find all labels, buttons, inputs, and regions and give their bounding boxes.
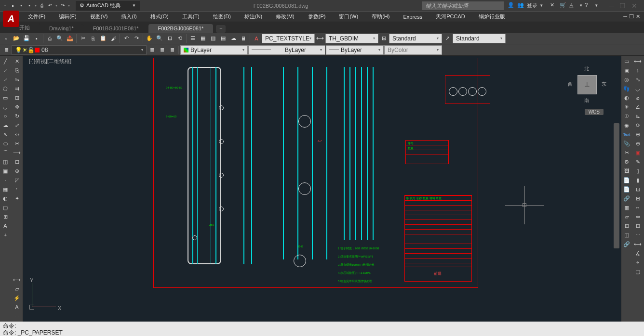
dim1-icon[interactable]: ⟷	[632, 57, 643, 65]
fillet-icon[interactable]: ◜	[12, 185, 22, 194]
gradient-icon[interactable]: ◐	[0, 194, 11, 203]
dimstyle-selector[interactable]: TH_GBDIM▾	[325, 34, 378, 43]
undo-icon[interactable]: ↶	[121, 34, 131, 43]
qcalc-icon[interactable]: 🖩	[239, 34, 248, 43]
pline-icon[interactable]: ⟋	[0, 75, 11, 84]
qat-open-icon[interactable]: ▸	[9, 2, 17, 10]
menu-boiler[interactable]: 锅炉行业版	[472, 12, 512, 22]
qat-saveas-icon[interactable]: ▪	[26, 2, 33, 10]
exchange-icon[interactable]: ✕	[550, 2, 558, 10]
maximize-button[interactable]: ☐	[619, 2, 626, 10]
menu-file[interactable]: 文件(F)	[21, 12, 52, 22]
ellipse-icon[interactable]: ⬭	[0, 139, 11, 148]
menu-parametric[interactable]: 参数(P)	[301, 12, 333, 22]
dim20-icon[interactable]: ⋯	[632, 231, 643, 239]
workspace-selector[interactable]: ⚙ AutoCAD 经典 ▼	[76, 1, 140, 11]
attach-icon[interactable]: 📎	[621, 139, 632, 148]
dwf-icon[interactable]: 📄	[621, 185, 632, 194]
clip-icon[interactable]: ✂	[621, 148, 632, 157]
xref-icon[interactable]: 🔗	[621, 194, 632, 203]
sheetset-icon[interactable]: ▤	[218, 34, 228, 43]
app-drop-icon[interactable]: ▼	[579, 3, 583, 8]
move-icon[interactable]: ✥	[12, 103, 22, 111]
dim12-icon[interactable]: ✎	[632, 157, 643, 166]
mdi-close-icon[interactable]: ✕	[636, 13, 640, 20]
view-cube[interactable]: 北 南 西 东 上	[568, 65, 606, 104]
point-icon[interactable]: ·	[0, 176, 11, 184]
mtext-icon[interactable]: A	[0, 221, 11, 230]
qat-dropdown-icon[interactable]: ▾	[34, 2, 38, 10]
open-icon[interactable]: 📂	[12, 34, 21, 43]
3dorbit-icon[interactable]: ◎	[621, 75, 632, 84]
ole-icon[interactable]: ◫	[621, 231, 632, 239]
copy2-icon[interactable]: ⎘	[12, 66, 22, 75]
trim-icon[interactable]: ✂	[12, 139, 22, 148]
dim11-icon[interactable]: ▣	[632, 148, 643, 157]
adj-icon[interactable]: ⚙	[621, 157, 632, 166]
signin-icon2[interactable]: 👥	[517, 2, 525, 10]
rotate-icon[interactable]: ↻	[12, 112, 22, 120]
stretch-icon[interactable]: ⇔	[12, 130, 22, 139]
render-icon[interactable]: ☀	[621, 103, 632, 111]
polygon-icon[interactable]: ⬠	[0, 84, 11, 93]
dim9-icon[interactable]: ⊕	[632, 130, 643, 139]
mdi-minimize-icon[interactable]: ─	[623, 13, 627, 20]
menu-insert[interactable]: 插入(I)	[114, 12, 143, 22]
cube-face[interactable]: 上	[577, 75, 597, 94]
mleaderstyle-selector[interactable]: Standard▾	[453, 34, 506, 43]
visual-icon[interactable]: ◐	[621, 93, 632, 102]
hatch-icon[interactable]: ▦	[0, 185, 11, 194]
tab-f002[interactable]: F002BGJ006E081*	[148, 24, 214, 33]
menu-view[interactable]: 视图(V)	[83, 12, 115, 22]
dim24-icon[interactable]: ▢	[632, 267, 643, 276]
menu-modify[interactable]: 修改(M)	[269, 12, 301, 22]
chamfer-icon[interactable]: ◸	[12, 176, 22, 184]
layer-selector[interactable]: 💡 ☀ 🔓 08 ▾	[12, 45, 147, 55]
wcs-badge[interactable]: WCS	[585, 109, 604, 115]
menu-express[interactable]: Express	[396, 13, 429, 21]
menu-tools[interactable]: 工具(T)	[175, 12, 206, 22]
dim23-icon[interactable]: ⌖	[632, 258, 643, 267]
dim8-icon[interactable]: ⟳	[632, 121, 643, 129]
array-icon[interactable]: ⊞	[12, 93, 22, 102]
lineweight-selector[interactable]: ByLayer▾	[326, 45, 384, 55]
layeriso-icon[interactable]: ≣	[157, 45, 167, 55]
signin-icon[interactable]: 👤	[508, 2, 515, 10]
dim3-icon[interactable]: ⤡	[632, 75, 643, 84]
qat-redo-drop-icon[interactable]: ▾	[67, 2, 71, 10]
vport-icon[interactable]: ▭	[621, 57, 632, 65]
text-icon[interactable]: A	[12, 303, 22, 311]
region-icon[interactable]: ▢	[0, 203, 11, 212]
explode-icon[interactable]: ✦	[12, 194, 22, 203]
markup-icon[interactable]: ☁	[228, 34, 238, 43]
paste-icon[interactable]: 📋	[98, 34, 108, 43]
menu-window[interactable]: 窗口(W)	[332, 12, 365, 22]
cut-icon[interactable]: ✂	[78, 34, 88, 43]
qat-undo-icon[interactable]: ↶	[46, 2, 54, 10]
menu-edit[interactable]: 编辑(E)	[52, 12, 83, 22]
model-viewport[interactable]: [-][俯视][二维线框] 34-80×80-89 8-60×60 280	[23, 56, 621, 322]
plotstyle-selector[interactable]: ByColor▾	[384, 45, 442, 55]
cart-icon[interactable]: 🛒	[560, 2, 567, 10]
sunlight-icon[interactable]: ☉	[621, 112, 632, 120]
dim2-icon[interactable]: ↕	[632, 66, 643, 75]
menu-dimension[interactable]: 标注(N)	[238, 12, 269, 22]
scale-icon[interactable]: ⤢	[12, 121, 22, 129]
linetype-selector[interactable]: ByLayer▾	[248, 45, 325, 55]
qat-save-icon[interactable]: ▪	[17, 2, 25, 10]
dim7-icon[interactable]: ⊾	[632, 112, 643, 120]
dim5-icon[interactable]: ⌀	[632, 93, 643, 102]
addsel-icon[interactable]: +	[0, 231, 11, 239]
login-drop-icon[interactable]: ▼	[539, 3, 543, 8]
hyper-icon[interactable]: 🔗	[621, 240, 632, 248]
table-icon[interactable]: ⊞	[0, 212, 11, 221]
layout-icon[interactable]: ▱	[621, 212, 632, 221]
extend-icon[interactable]: ⟶	[12, 148, 22, 157]
new-icon[interactable]: ▫	[1, 34, 11, 43]
layerprops-icon[interactable]: ≣	[1, 45, 11, 55]
dim17-icon[interactable]: ↔	[632, 203, 643, 212]
dim15-icon[interactable]: ⊡	[632, 185, 643, 194]
more-icon[interactable]: ⋯	[12, 312, 22, 321]
line-icon[interactable]: ╱	[0, 57, 11, 65]
walk-icon[interactable]: 👣	[621, 84, 632, 93]
